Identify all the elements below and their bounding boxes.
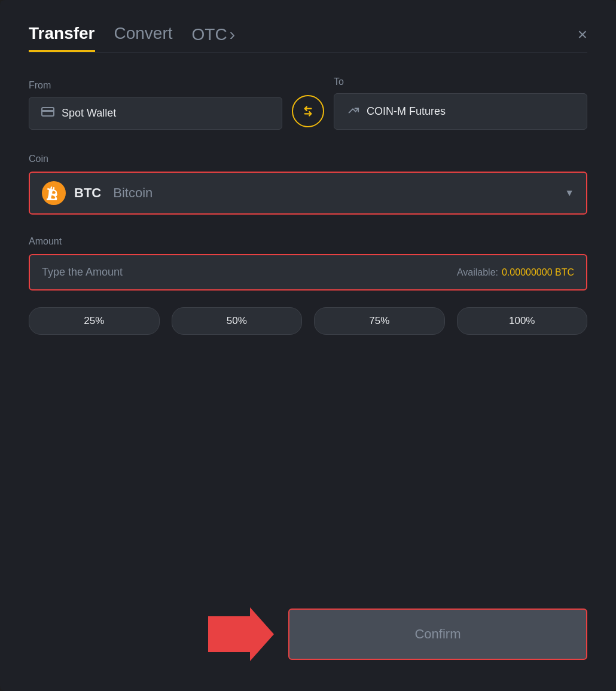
tab-transfer[interactable]: Transfer (29, 24, 95, 52)
amount-section: Amount Type the Amount Available: 0.0000… (29, 236, 587, 307)
arrow-container (29, 607, 274, 661)
coin-fullname: Bitcoin (113, 185, 153, 201)
bottom-area: Confirm (29, 595, 587, 661)
coin-label: Coin (29, 154, 587, 164)
confirm-button[interactable]: Confirm (288, 609, 587, 660)
from-label: From (29, 80, 282, 91)
close-button[interactable]: × (578, 26, 587, 50)
pct-100-button[interactable]: 100% (457, 307, 588, 335)
amount-placeholder: Type the Amount (42, 266, 123, 279)
from-wallet-selector[interactable]: Spot Wallet (29, 97, 282, 130)
available-info: Available: 0.00000000 BTC (457, 267, 574, 278)
coin-symbol: BTC (74, 185, 101, 201)
svg-marker-2 (208, 607, 274, 661)
futures-icon (346, 103, 359, 120)
available-value: 0.00000000 BTC (502, 267, 574, 278)
transfer-modal: Transfer Convert OTC › × From Spot Walle… (0, 0, 616, 691)
tab-otc[interactable]: OTC › (192, 25, 235, 51)
red-arrow-icon (208, 607, 274, 661)
header-divider (29, 52, 587, 53)
coin-selector[interactable]: BTC Bitcoin ▼ (29, 172, 587, 215)
percentage-row: 25% 50% 75% 100% (29, 307, 587, 335)
wallet-card-icon (41, 107, 54, 120)
amount-label: Amount (29, 236, 587, 247)
from-to-row: From Spot Wallet To (29, 77, 587, 130)
tab-convert[interactable]: Convert (114, 24, 173, 52)
otc-label: OTC (192, 25, 227, 44)
swap-button[interactable] (292, 95, 324, 127)
to-wallet-text: COIN-M Futures (367, 105, 446, 118)
from-group: From Spot Wallet (29, 80, 282, 130)
to-group: To COIN-M Futures (334, 77, 587, 130)
otc-chevron: › (230, 25, 235, 44)
pct-25-button[interactable]: 25% (29, 307, 160, 335)
pct-75-button[interactable]: 75% (314, 307, 445, 335)
to-wallet-selector[interactable]: COIN-M Futures (334, 93, 587, 130)
from-wallet-text: Spot Wallet (62, 107, 116, 120)
amount-input-wrapper[interactable]: Type the Amount Available: 0.00000000 BT… (29, 254, 587, 291)
to-label: To (334, 77, 587, 87)
available-label: Available: (457, 267, 498, 278)
svg-rect-1 (42, 110, 54, 112)
pct-50-button[interactable]: 50% (172, 307, 303, 335)
coin-section: Coin BTC Bitcoin ▼ (29, 154, 587, 236)
header-tabs: Transfer Convert OTC › × (29, 24, 587, 52)
chevron-down-icon: ▼ (565, 188, 574, 198)
btc-icon (42, 181, 66, 205)
